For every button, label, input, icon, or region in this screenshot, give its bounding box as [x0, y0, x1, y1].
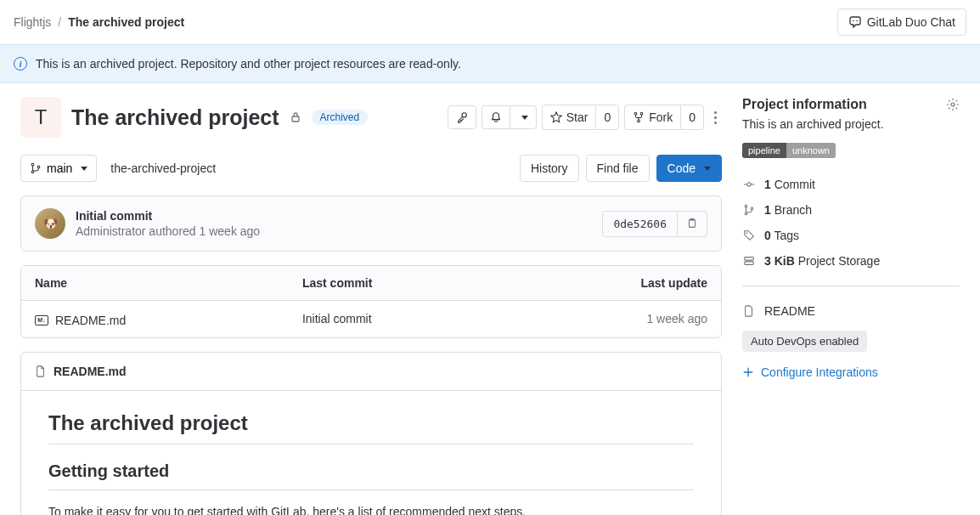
row-last-update: 1 week ago [509, 301, 721, 337]
readme-panel: README.md The archived project Getting s… [20, 352, 722, 516]
configure-integrations-link[interactable]: Configure Integrations [742, 365, 878, 379]
sidebar-heading: Project information [742, 97, 867, 112]
document-icon [743, 305, 755, 317]
breadcrumb: Flightjs / The archived project [14, 15, 184, 29]
fork-icon [633, 111, 645, 123]
svg-point-17 [746, 233, 748, 235]
file-link[interactable]: M↓README.md [35, 314, 126, 327]
archived-badge: Archived [312, 110, 369, 125]
table-row[interactable]: M↓README.md Initial commit 1 week ago [21, 301, 721, 337]
file-tree-table: Name Last commit Last update M↓README.md… [20, 265, 722, 338]
readme-h2: Getting started [48, 461, 694, 490]
col-name: Name [21, 266, 289, 301]
readme-h1: The archived project [48, 411, 694, 444]
lock-icon [290, 111, 301, 123]
fork-count[interactable]: 0 [680, 105, 704, 130]
chat-icon [848, 15, 862, 29]
notifications-dropdown[interactable] [510, 105, 537, 129]
commit-meta: Administrator authored 1 week ago [76, 224, 260, 238]
breadcrumb-separator: / [58, 15, 61, 29]
clipboard-icon [686, 218, 698, 229]
archived-banner: i This is an archived project. Repositor… [0, 44, 980, 83]
svg-point-9 [37, 166, 40, 168]
branches-stat[interactable]: 1 Branch [742, 197, 960, 223]
tag-icon [743, 229, 755, 241]
sidebar-description: This is an archived project. [742, 117, 960, 131]
breadcrumb-parent[interactable]: Flightjs [14, 15, 51, 29]
readme-paragraph: To make it easy for you to get started w… [48, 502, 694, 516]
access-token-button[interactable] [448, 105, 476, 129]
document-icon [35, 365, 47, 377]
storage-icon [743, 255, 755, 267]
svg-point-0 [853, 20, 854, 22]
last-commit-card: 🐶 Initial commit Administrator authored … [20, 195, 722, 252]
svg-point-16 [751, 207, 753, 210]
plus-icon [742, 366, 754, 378]
tags-stat[interactable]: 0 Tags [742, 223, 960, 248]
project-title: The archived project [71, 105, 279, 130]
divider [742, 286, 960, 286]
branch-selector[interactable]: main [20, 155, 97, 182]
branch-icon [30, 162, 42, 174]
notifications-button[interactable] [482, 105, 510, 129]
banner-text: This is an archived project. Repository … [36, 57, 461, 71]
star-icon [550, 111, 562, 123]
history-button[interactable]: History [520, 155, 579, 182]
duo-chat-button[interactable]: GitLab Duo Chat [837, 8, 966, 36]
project-avatar: T [20, 97, 61, 138]
auto-devops-badge[interactable]: Auto DevOps enabled [742, 331, 867, 352]
col-last-commit: Last commit [289, 266, 509, 301]
star-button[interactable]: Star [542, 105, 596, 130]
info-icon: i [14, 57, 27, 71]
readme-link[interactable]: README [742, 298, 960, 324]
pipeline-badge[interactable]: pipelineunknown [742, 143, 836, 158]
gear-icon[interactable] [946, 98, 960, 111]
commit-sha[interactable]: 0de52606 [603, 212, 677, 236]
commits-stat[interactable]: 1 Commit [742, 172, 960, 197]
copy-sha-button[interactable] [677, 212, 707, 235]
svg-point-6 [638, 120, 640, 122]
svg-point-4 [634, 112, 637, 115]
breadcrumb-current: The archived project [68, 15, 184, 29]
markdown-icon: M↓ [35, 315, 48, 325]
more-actions-button[interactable] [709, 111, 722, 124]
find-file-button[interactable]: Find file [586, 155, 650, 182]
bell-icon [490, 111, 502, 123]
star-count[interactable]: 0 [595, 105, 619, 130]
row-last-commit[interactable]: Initial commit [289, 301, 509, 337]
col-last-update: Last update [509, 266, 721, 301]
storage-stat[interactable]: 3 KiB Project Storage [742, 248, 960, 274]
svg-point-7 [31, 163, 34, 166]
svg-point-12 [951, 103, 955, 106]
project-slug: the-archived-project [110, 161, 216, 175]
fork-button[interactable]: Fork [624, 105, 680, 130]
commit-title[interactable]: Initial commit [76, 209, 260, 223]
svg-point-1 [856, 20, 858, 22]
svg-rect-19 [745, 262, 754, 265]
svg-rect-18 [745, 258, 754, 261]
author-avatar: 🐶 [35, 208, 65, 239]
readme-filename: README.md [54, 365, 127, 378]
svg-rect-2 [292, 116, 299, 122]
commit-icon [743, 178, 755, 190]
svg-point-14 [745, 205, 747, 207]
key-icon [456, 111, 468, 123]
svg-rect-10 [690, 220, 696, 228]
svg-point-5 [640, 112, 643, 115]
code-button[interactable]: Code [656, 155, 722, 182]
svg-point-13 [747, 183, 751, 186]
branch-icon [743, 204, 755, 216]
